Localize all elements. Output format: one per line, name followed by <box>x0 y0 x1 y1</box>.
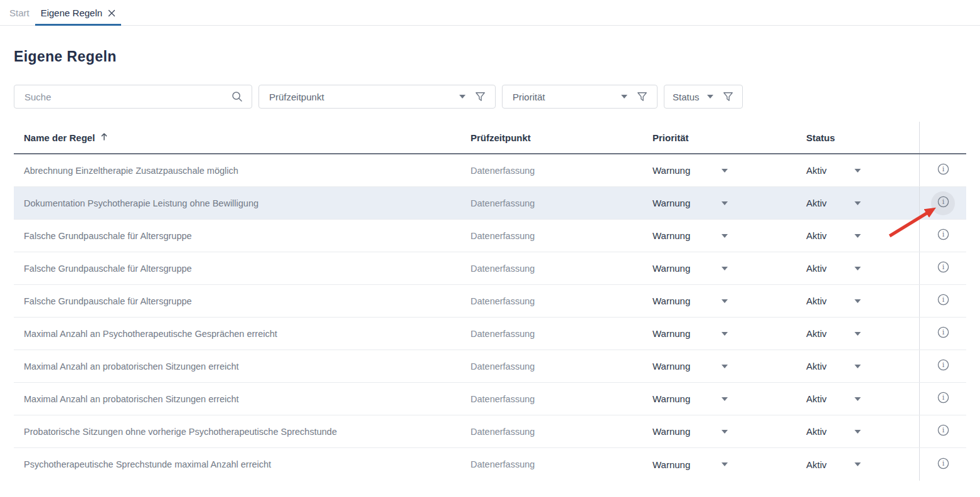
search-input[interactable] <box>14 85 252 109</box>
rule-pruefzeitpunkt: Datenerfassung <box>471 198 652 208</box>
info-icon-halo: i <box>931 420 955 444</box>
rule-name: Dokumentation Psychotherapie Leistung oh… <box>14 198 471 208</box>
actions-cell: i <box>919 383 966 415</box>
rule-prioritaet: Warnung <box>652 263 722 274</box>
info-icon[interactable]: i <box>937 391 950 407</box>
chevron-down-icon <box>722 234 728 238</box>
rule-name: Falsche Grundpauschale für Altersgruppe <box>14 296 471 306</box>
table-row[interactable]: Falsche Grundpauschale für Altersgruppe … <box>14 285 966 318</box>
chevron-down-icon <box>621 95 627 99</box>
chevron-down-icon <box>459 95 466 99</box>
priority-dropdown[interactable]: Warnung <box>652 198 806 208</box>
chevron-down-icon <box>855 332 861 336</box>
status-dropdown[interactable]: Aktiv <box>806 230 919 241</box>
status-dropdown[interactable]: Aktiv <box>806 263 919 274</box>
svg-text:i: i <box>942 361 944 369</box>
rule-prioritaet: Warnung <box>652 393 722 404</box>
status-dropdown[interactable]: Aktiv <box>806 393 919 404</box>
table-row[interactable]: Probatorische Sitzungen ohne vorherige P… <box>14 415 966 448</box>
info-icon[interactable]: i <box>937 195 950 211</box>
priority-dropdown[interactable]: Warnung <box>652 263 806 274</box>
status-dropdown[interactable]: Aktiv <box>806 426 919 437</box>
rule-status: Aktiv <box>806 165 855 176</box>
info-icon[interactable]: i <box>937 293 950 309</box>
chevron-down-icon <box>722 299 728 303</box>
rules-table: Name der Regel Prüfzeitpunkt Priorität S… <box>14 122 966 481</box>
column-header-name[interactable]: Name der Regel <box>14 132 471 143</box>
table-row[interactable]: Dokumentation Psychotherapie Leistung oh… <box>14 187 966 220</box>
chevron-down-icon <box>722 365 728 368</box>
funnel-filter-icon[interactable] <box>722 91 734 103</box>
table-row[interactable]: Abrechnung Einzeltherapie Zusatzpauschal… <box>14 154 966 187</box>
status-dropdown[interactable]: Aktiv <box>806 328 919 339</box>
svg-text:i: i <box>942 198 944 206</box>
priority-dropdown[interactable]: Warnung <box>652 296 806 306</box>
priority-dropdown[interactable]: Warnung <box>652 393 806 404</box>
priority-dropdown[interactable]: Warnung <box>652 361 806 371</box>
chevron-down-icon <box>722 397 728 401</box>
priority-dropdown[interactable]: Warnung <box>652 230 806 241</box>
chevron-down-icon <box>722 169 728 173</box>
svg-text:i: i <box>942 426 944 434</box>
priority-dropdown[interactable]: Warnung <box>652 165 806 176</box>
table-row[interactable]: Falsche Grundpauschale für Altersgruppe … <box>14 252 966 285</box>
status-dropdown[interactable]: Aktiv <box>806 198 919 208</box>
tab-bar: Start Eigene Regeln <box>0 0 980 26</box>
status-dropdown[interactable]: Aktiv <box>806 361 919 371</box>
funnel-filter-icon[interactable] <box>474 91 486 103</box>
info-icon[interactable]: i <box>937 326 950 341</box>
tab-start[interactable]: Start <box>4 8 35 25</box>
priority-dropdown[interactable]: Warnung <box>652 328 806 339</box>
rule-status: Aktiv <box>806 263 855 274</box>
rule-prioritaet: Warnung <box>652 296 722 306</box>
info-icon[interactable]: i <box>937 163 950 178</box>
rule-pruefzeitpunkt: Datenerfassung <box>471 394 652 404</box>
page-title: Eigene Regeln <box>14 48 980 65</box>
rule-name: Maximal Anzahl an probatorischen Sitzung… <box>14 394 471 404</box>
info-icon-halo: i <box>931 159 955 183</box>
sort-ascending-icon <box>100 132 109 143</box>
rule-status: Aktiv <box>806 230 855 241</box>
table-row[interactable]: Maximal Anzahl an probatorischen Sitzung… <box>14 350 966 383</box>
actions-cell: i <box>919 154 966 186</box>
filter-prioritaet[interactable]: Priorität <box>502 85 658 109</box>
tab-eigene-regeln[interactable]: Eigene Regeln <box>35 8 121 25</box>
column-header-status: Status <box>806 132 919 143</box>
rule-status: Aktiv <box>806 198 855 208</box>
rule-prioritaet: Warnung <box>652 361 722 371</box>
priority-dropdown[interactable]: Warnung <box>652 426 806 437</box>
chevron-down-icon <box>855 299 861 303</box>
tab-eigene-regeln-label: Eigene Regeln <box>41 8 102 18</box>
rule-pruefzeitpunkt: Datenerfassung <box>471 329 652 339</box>
info-icon[interactable]: i <box>937 228 950 243</box>
filter-pruefzeitpunkt[interactable]: Prüfzeitpunkt <box>258 85 496 109</box>
actions-cell: i <box>919 318 966 350</box>
table-row[interactable]: Maximal Anzahl an Psychotherapeutische G… <box>14 318 966 350</box>
actions-cell: i <box>919 187 966 219</box>
priority-dropdown[interactable]: Warnung <box>652 459 806 470</box>
status-dropdown[interactable]: Aktiv <box>806 165 919 176</box>
svg-text:i: i <box>942 296 944 304</box>
table-row[interactable]: Maximal Anzahl an probatorischen Sitzung… <box>14 383 966 415</box>
rule-prioritaet: Warnung <box>652 198 722 208</box>
funnel-filter-icon[interactable] <box>636 91 648 103</box>
info-icon[interactable]: i <box>937 260 950 276</box>
rule-name: Abrechnung Einzeltherapie Zusatzpauschal… <box>14 166 471 176</box>
rule-name: Probatorische Sitzungen ohne vorherige P… <box>14 427 471 437</box>
filter-status-label: Status <box>673 92 700 102</box>
search-icon[interactable] <box>231 90 243 105</box>
status-dropdown[interactable]: Aktiv <box>806 459 919 470</box>
table-row[interactable]: Falsche Grundpauschale für Altersgruppe … <box>14 220 966 252</box>
info-icon-halo: i <box>931 355 955 378</box>
info-icon[interactable]: i <box>937 457 950 473</box>
status-dropdown[interactable]: Aktiv <box>806 296 919 306</box>
info-icon-halo: i <box>931 257 955 281</box>
info-icon[interactable]: i <box>937 358 950 374</box>
info-icon[interactable]: i <box>937 424 950 439</box>
chevron-down-icon <box>722 201 728 205</box>
rule-prioritaet: Warnung <box>652 165 722 176</box>
chevron-down-icon <box>722 267 728 270</box>
table-row[interactable]: Psychotherapeutische Sprechstunde maxima… <box>14 448 966 481</box>
filter-status[interactable]: Status <box>664 85 743 109</box>
tab-close-icon[interactable] <box>108 9 115 17</box>
